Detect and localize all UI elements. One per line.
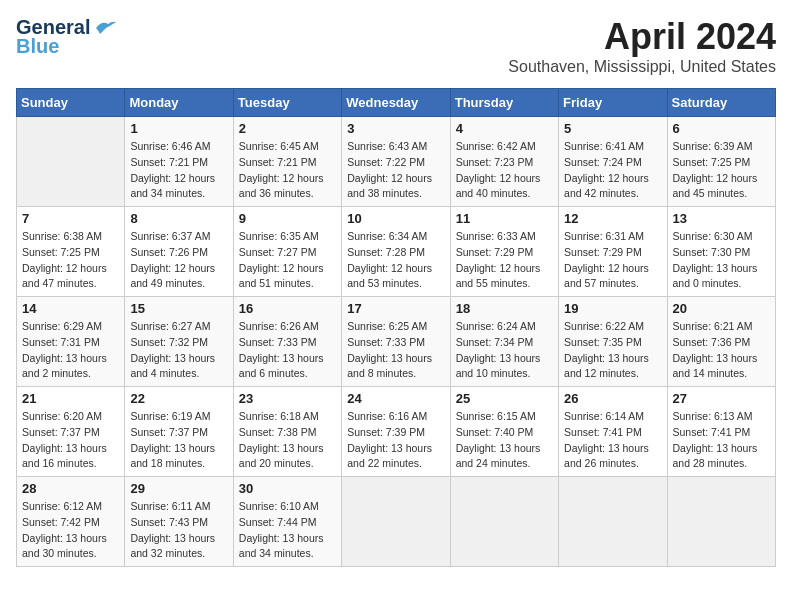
- calendar-cell: 21Sunrise: 6:20 AMSunset: 7:37 PMDayligh…: [17, 387, 125, 477]
- calendar-cell: 19Sunrise: 6:22 AMSunset: 7:35 PMDayligh…: [559, 297, 667, 387]
- day-number: 29: [130, 481, 227, 496]
- calendar-cell: 3Sunrise: 6:43 AMSunset: 7:22 PMDaylight…: [342, 117, 450, 207]
- day-number: 19: [564, 301, 661, 316]
- day-number: 14: [22, 301, 119, 316]
- day-number: 5: [564, 121, 661, 136]
- day-info: Sunrise: 6:33 AMSunset: 7:29 PMDaylight:…: [456, 229, 553, 292]
- day-info: Sunrise: 6:20 AMSunset: 7:37 PMDaylight:…: [22, 409, 119, 472]
- day-info: Sunrise: 6:29 AMSunset: 7:31 PMDaylight:…: [22, 319, 119, 382]
- day-info: Sunrise: 6:30 AMSunset: 7:30 PMDaylight:…: [673, 229, 770, 292]
- day-number: 1: [130, 121, 227, 136]
- calendar-cell: 8Sunrise: 6:37 AMSunset: 7:26 PMDaylight…: [125, 207, 233, 297]
- calendar-cell: 13Sunrise: 6:30 AMSunset: 7:30 PMDayligh…: [667, 207, 775, 297]
- weekday-header-tuesday: Tuesday: [233, 89, 341, 117]
- day-number: 2: [239, 121, 336, 136]
- day-number: 16: [239, 301, 336, 316]
- calendar-cell: 5Sunrise: 6:41 AMSunset: 7:24 PMDaylight…: [559, 117, 667, 207]
- day-info: Sunrise: 6:24 AMSunset: 7:34 PMDaylight:…: [456, 319, 553, 382]
- day-info: Sunrise: 6:26 AMSunset: 7:33 PMDaylight:…: [239, 319, 336, 382]
- weekday-header-monday: Monday: [125, 89, 233, 117]
- calendar-week-2: 7Sunrise: 6:38 AMSunset: 7:25 PMDaylight…: [17, 207, 776, 297]
- calendar-week-4: 21Sunrise: 6:20 AMSunset: 7:37 PMDayligh…: [17, 387, 776, 477]
- day-number: 6: [673, 121, 770, 136]
- day-info: Sunrise: 6:21 AMSunset: 7:36 PMDaylight:…: [673, 319, 770, 382]
- day-number: 20: [673, 301, 770, 316]
- page-subtitle: Southaven, Mississippi, United States: [508, 58, 776, 76]
- calendar-week-1: 1Sunrise: 6:46 AMSunset: 7:21 PMDaylight…: [17, 117, 776, 207]
- day-number: 17: [347, 301, 444, 316]
- calendar-cell: 11Sunrise: 6:33 AMSunset: 7:29 PMDayligh…: [450, 207, 558, 297]
- day-info: Sunrise: 6:43 AMSunset: 7:22 PMDaylight:…: [347, 139, 444, 202]
- calendar-cell: 17Sunrise: 6:25 AMSunset: 7:33 PMDayligh…: [342, 297, 450, 387]
- day-info: Sunrise: 6:22 AMSunset: 7:35 PMDaylight:…: [564, 319, 661, 382]
- day-info: Sunrise: 6:10 AMSunset: 7:44 PMDaylight:…: [239, 499, 336, 562]
- calendar-cell: 16Sunrise: 6:26 AMSunset: 7:33 PMDayligh…: [233, 297, 341, 387]
- logo-bird-icon: [94, 20, 116, 36]
- calendar-cell: 20Sunrise: 6:21 AMSunset: 7:36 PMDayligh…: [667, 297, 775, 387]
- calendar-cell: 9Sunrise: 6:35 AMSunset: 7:27 PMDaylight…: [233, 207, 341, 297]
- calendar-cell: [450, 477, 558, 567]
- logo-blue: Blue: [16, 35, 59, 58]
- day-number: 11: [456, 211, 553, 226]
- calendar-cell: 18Sunrise: 6:24 AMSunset: 7:34 PMDayligh…: [450, 297, 558, 387]
- calendar-cell: 25Sunrise: 6:15 AMSunset: 7:40 PMDayligh…: [450, 387, 558, 477]
- calendar-cell: 27Sunrise: 6:13 AMSunset: 7:41 PMDayligh…: [667, 387, 775, 477]
- day-number: 8: [130, 211, 227, 226]
- weekday-header-sunday: Sunday: [17, 89, 125, 117]
- calendar-cell: 26Sunrise: 6:14 AMSunset: 7:41 PMDayligh…: [559, 387, 667, 477]
- calendar-cell: [559, 477, 667, 567]
- calendar-cell: 28Sunrise: 6:12 AMSunset: 7:42 PMDayligh…: [17, 477, 125, 567]
- day-info: Sunrise: 6:42 AMSunset: 7:23 PMDaylight:…: [456, 139, 553, 202]
- day-info: Sunrise: 6:37 AMSunset: 7:26 PMDaylight:…: [130, 229, 227, 292]
- calendar-cell: [667, 477, 775, 567]
- day-info: Sunrise: 6:38 AMSunset: 7:25 PMDaylight:…: [22, 229, 119, 292]
- day-info: Sunrise: 6:15 AMSunset: 7:40 PMDaylight:…: [456, 409, 553, 472]
- day-info: Sunrise: 6:13 AMSunset: 7:41 PMDaylight:…: [673, 409, 770, 472]
- day-number: 25: [456, 391, 553, 406]
- day-number: 22: [130, 391, 227, 406]
- calendar-cell: 29Sunrise: 6:11 AMSunset: 7:43 PMDayligh…: [125, 477, 233, 567]
- day-info: Sunrise: 6:27 AMSunset: 7:32 PMDaylight:…: [130, 319, 227, 382]
- calendar-cell: 10Sunrise: 6:34 AMSunset: 7:28 PMDayligh…: [342, 207, 450, 297]
- day-info: Sunrise: 6:25 AMSunset: 7:33 PMDaylight:…: [347, 319, 444, 382]
- day-number: 15: [130, 301, 227, 316]
- day-number: 18: [456, 301, 553, 316]
- day-number: 24: [347, 391, 444, 406]
- calendar-cell: 6Sunrise: 6:39 AMSunset: 7:25 PMDaylight…: [667, 117, 775, 207]
- page-header: General Blue April 2024 Southaven, Missi…: [16, 16, 776, 76]
- day-info: Sunrise: 6:35 AMSunset: 7:27 PMDaylight:…: [239, 229, 336, 292]
- weekday-header-saturday: Saturday: [667, 89, 775, 117]
- calendar-cell: 1Sunrise: 6:46 AMSunset: 7:21 PMDaylight…: [125, 117, 233, 207]
- day-number: 30: [239, 481, 336, 496]
- calendar-cell: 4Sunrise: 6:42 AMSunset: 7:23 PMDaylight…: [450, 117, 558, 207]
- day-number: 7: [22, 211, 119, 226]
- calendar-cell: 22Sunrise: 6:19 AMSunset: 7:37 PMDayligh…: [125, 387, 233, 477]
- day-info: Sunrise: 6:39 AMSunset: 7:25 PMDaylight:…: [673, 139, 770, 202]
- day-number: 3: [347, 121, 444, 136]
- logo: General Blue: [16, 16, 116, 58]
- calendar-cell: 15Sunrise: 6:27 AMSunset: 7:32 PMDayligh…: [125, 297, 233, 387]
- calendar-cell: 30Sunrise: 6:10 AMSunset: 7:44 PMDayligh…: [233, 477, 341, 567]
- calendar-cell: [342, 477, 450, 567]
- day-number: 10: [347, 211, 444, 226]
- page-title: April 2024: [508, 16, 776, 58]
- calendar-table: SundayMondayTuesdayWednesdayThursdayFrid…: [16, 88, 776, 567]
- calendar-week-3: 14Sunrise: 6:29 AMSunset: 7:31 PMDayligh…: [17, 297, 776, 387]
- day-info: Sunrise: 6:19 AMSunset: 7:37 PMDaylight:…: [130, 409, 227, 472]
- day-info: Sunrise: 6:18 AMSunset: 7:38 PMDaylight:…: [239, 409, 336, 472]
- weekday-header-row: SundayMondayTuesdayWednesdayThursdayFrid…: [17, 89, 776, 117]
- day-info: Sunrise: 6:12 AMSunset: 7:42 PMDaylight:…: [22, 499, 119, 562]
- calendar-cell: 12Sunrise: 6:31 AMSunset: 7:29 PMDayligh…: [559, 207, 667, 297]
- title-block: April 2024 Southaven, Mississippi, Unite…: [508, 16, 776, 76]
- day-number: 27: [673, 391, 770, 406]
- day-info: Sunrise: 6:45 AMSunset: 7:21 PMDaylight:…: [239, 139, 336, 202]
- day-info: Sunrise: 6:46 AMSunset: 7:21 PMDaylight:…: [130, 139, 227, 202]
- day-number: 21: [22, 391, 119, 406]
- day-info: Sunrise: 6:31 AMSunset: 7:29 PMDaylight:…: [564, 229, 661, 292]
- calendar-cell: 2Sunrise: 6:45 AMSunset: 7:21 PMDaylight…: [233, 117, 341, 207]
- day-info: Sunrise: 6:14 AMSunset: 7:41 PMDaylight:…: [564, 409, 661, 472]
- day-info: Sunrise: 6:16 AMSunset: 7:39 PMDaylight:…: [347, 409, 444, 472]
- weekday-header-thursday: Thursday: [450, 89, 558, 117]
- day-info: Sunrise: 6:11 AMSunset: 7:43 PMDaylight:…: [130, 499, 227, 562]
- day-number: 26: [564, 391, 661, 406]
